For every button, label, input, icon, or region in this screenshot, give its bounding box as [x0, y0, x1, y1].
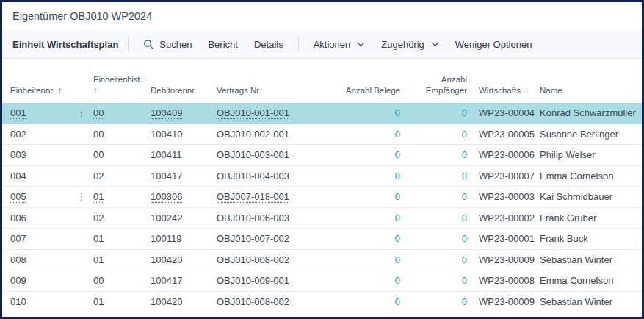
cell-einheitennr[interactable]: 003: [2, 145, 70, 165]
cell-hist[interactable]: 00: [93, 145, 151, 165]
cell-vertrag[interactable]: OBJ010-009-001: [217, 270, 336, 291]
cell-einheitennr[interactable]: 009: [2, 270, 70, 291]
cell-einheitennr[interactable]: 001: [2, 103, 70, 123]
table-row[interactable]: 01001100420OBJ010-008-00200WP23-00009Seb…: [2, 292, 642, 313]
cell-name[interactable]: Frank Buck: [538, 229, 642, 249]
cell-wirtschafts[interactable]: WP23-00008: [471, 270, 538, 291]
cell-vertrag[interactable]: OBJ010-003-001: [217, 145, 336, 165]
cell-empfaenger[interactable]: 0: [405, 292, 471, 312]
cell-belege[interactable]: 0: [336, 166, 405, 187]
cell-debitorennr[interactable]: 100411: [151, 145, 217, 165]
table-row[interactable]: 005⋮01100306OBJ007-018-00100WP23-00003Ka…: [2, 187, 642, 208]
cell-hist[interactable]: 01: [93, 292, 151, 312]
column-header-wirtschafts[interactable]: Wirtschafts...: [471, 59, 538, 103]
details-button[interactable]: Details: [246, 30, 292, 58]
search-button[interactable]: Suchen: [135, 30, 200, 58]
cell-wirtschafts[interactable]: WP23-00009: [471, 250, 538, 270]
cell-einheitennr[interactable]: 008: [2, 250, 70, 270]
column-header-einheitennr[interactable]: Einheitennr. ↑: [2, 59, 70, 103]
cell-debitorennr[interactable]: 100417: [151, 270, 217, 291]
cell-name[interactable]: Emma Cornelson: [538, 166, 642, 187]
cell-name[interactable]: Philip Welser: [538, 145, 642, 165]
cell-belege[interactable]: 0: [336, 208, 405, 229]
column-header-name[interactable]: Name: [538, 59, 642, 103]
cell-belege[interactable]: 0: [336, 187, 405, 207]
cell-name[interactable]: Susanne Berlinger: [538, 124, 642, 145]
cell-wirtschafts[interactable]: WP23-00006: [471, 145, 538, 165]
table-row[interactable]: 00900100417OBJ010-009-00100WP23-00008Emm…: [2, 270, 642, 292]
cell-belege[interactable]: 0: [336, 270, 405, 291]
cell-einheitennr[interactable]: 005: [2, 187, 70, 207]
cell-wirtschafts[interactable]: WP23-00003: [471, 187, 538, 207]
cell-hist[interactable]: 00: [93, 124, 151, 145]
cell-empfaenger[interactable]: 0: [405, 124, 471, 145]
cell-empfaenger[interactable]: 0: [405, 187, 471, 207]
table-row[interactable]: 00801100420OBJ010-008-00200WP23-00009Seb…: [2, 250, 642, 271]
table-row[interactable]: 00602100242OBJ010-006-00300WP23-00002Fra…: [2, 208, 642, 229]
cell-name[interactable]: Konrad Schwarzmüller: [538, 103, 642, 123]
cell-hist[interactable]: 02: [93, 166, 151, 187]
cell-wirtschafts[interactable]: WP23-00005: [471, 124, 538, 145]
cell-wirtschafts[interactable]: WP23-00004: [471, 103, 538, 123]
cell-vertrag[interactable]: OBJ010-008-002: [217, 292, 336, 312]
cell-debitorennr[interactable]: 100420: [151, 250, 217, 270]
cell-vertrag[interactable]: OBJ007-018-001: [217, 187, 336, 207]
column-header-debitorennr[interactable]: Debitorennr.: [151, 59, 217, 103]
cell-einheitennr[interactable]: 010: [2, 292, 70, 312]
cell-einheitennr[interactable]: 002: [2, 124, 70, 145]
cell-belege[interactable]: 0: [336, 103, 405, 123]
cell-hist[interactable]: 02: [93, 208, 151, 229]
table-row[interactable]: 001⋮00100409OBJ010-001-00100WP23-00004Ko…: [2, 103, 642, 124]
row-actions-ellipsis-icon[interactable]: ⋮: [70, 103, 93, 123]
cell-empfaenger[interactable]: 0: [405, 145, 471, 165]
bericht-button[interactable]: Bericht: [200, 30, 245, 58]
cell-einheitennr[interactable]: 006: [2, 208, 70, 229]
cell-hist[interactable]: 01: [93, 250, 151, 270]
cell-name[interactable]: Frank Gruber: [538, 208, 642, 229]
menu-einheit-wirtschaftsplan[interactable]: Einheit Wirtschaftsplan: [12, 39, 121, 50]
weniger-optionen-button[interactable]: Weniger Optionen: [447, 30, 540, 58]
cell-debitorennr[interactable]: 100410: [151, 124, 217, 145]
cell-debitorennr[interactable]: 100409: [151, 103, 217, 123]
cell-belege[interactable]: 0: [336, 292, 405, 312]
cell-hist[interactable]: 00: [93, 103, 151, 123]
table-row[interactable]: 00300100411OBJ010-003-00100WP23-00006Phi…: [2, 145, 642, 166]
cell-debitorennr[interactable]: 100119: [151, 229, 217, 249]
cell-wirtschafts[interactable]: WP23-00007: [471, 166, 538, 187]
column-header-anzahl-belege[interactable]: Anzahl Belege: [336, 59, 405, 103]
cell-hist[interactable]: 00: [93, 270, 151, 291]
cell-wirtschafts[interactable]: WP23-00002: [471, 208, 538, 229]
cell-vertrag[interactable]: OBJ010-001-001: [217, 103, 336, 123]
cell-einheitennr[interactable]: 004: [2, 166, 70, 187]
cell-empfaenger[interactable]: 0: [405, 250, 471, 270]
cell-empfaenger[interactable]: 0: [405, 229, 471, 249]
aktionen-dropdown[interactable]: Aktionen: [305, 30, 374, 58]
cell-vertrag[interactable]: OBJ010-007-002: [217, 229, 336, 249]
cell-vertrag[interactable]: OBJ010-006-003: [217, 208, 336, 229]
zugehoerig-dropdown[interactable]: Zugehörig: [373, 30, 447, 58]
column-header-anzahl-empfaenger[interactable]: Anzahl Empfänger: [405, 59, 471, 103]
cell-name[interactable]: Sebastian Winter: [538, 292, 642, 312]
cell-hist[interactable]: 01: [93, 187, 151, 207]
cell-empfaenger[interactable]: 0: [405, 166, 471, 187]
cell-einheitennr[interactable]: 007: [2, 229, 70, 249]
cell-debitorennr[interactable]: 100306: [151, 187, 217, 207]
column-header-vertrags-nr[interactable]: Vertrags Nr.: [217, 59, 336, 103]
table-row[interactable]: 00200100410OBJ010-002-00100WP23-00005Sus…: [2, 124, 642, 146]
cell-empfaenger[interactable]: 0: [405, 208, 471, 229]
column-header-einheitenhist[interactable]: Einheitenhist... ↑: [93, 59, 151, 103]
cell-empfaenger[interactable]: 0: [405, 103, 471, 123]
cell-vertrag[interactable]: OBJ010-002-001: [217, 124, 336, 145]
cell-vertrag[interactable]: OBJ010-004-003: [217, 166, 336, 187]
cell-debitorennr[interactable]: 100417: [151, 166, 217, 187]
cell-belege[interactable]: 0: [336, 229, 405, 249]
cell-wirtschafts[interactable]: WP23-00009: [471, 292, 538, 312]
cell-debitorennr[interactable]: 100242: [151, 208, 217, 229]
cell-debitorennr[interactable]: 100420: [151, 292, 217, 312]
cell-wirtschafts[interactable]: WP23-00001: [471, 229, 538, 249]
table-row[interactable]: 00402100417OBJ010-004-00300WP23-00007Emm…: [2, 166, 642, 187]
cell-belege[interactable]: 0: [336, 250, 405, 270]
row-actions-ellipsis-icon[interactable]: ⋮: [70, 187, 93, 207]
cell-vertrag[interactable]: OBJ010-008-002: [217, 250, 336, 270]
cell-belege[interactable]: 0: [336, 145, 405, 165]
